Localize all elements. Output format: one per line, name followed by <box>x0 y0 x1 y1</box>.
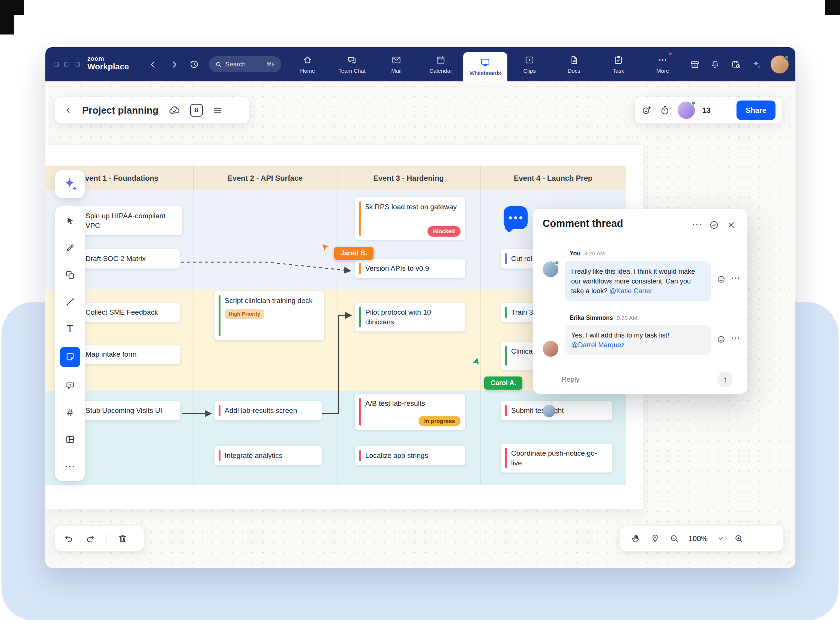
ai-assistant-button[interactable] <box>55 170 85 198</box>
frame-tool-icon[interactable]: # <box>62 404 79 421</box>
mention-link[interactable]: @Katie Carter <box>609 287 652 295</box>
history-icon[interactable] <box>189 60 199 69</box>
select-tool-icon[interactable] <box>62 212 79 229</box>
sticky-card[interactable]: Stub Upcoming Visits UI <box>75 401 180 420</box>
card-accent <box>359 307 361 327</box>
pen-tool-icon[interactable] <box>62 239 79 256</box>
zoom-level[interactable]: 100% <box>688 534 707 543</box>
search-input[interactable]: Search ⌘F <box>209 56 281 73</box>
sticky-card[interactable]: Addl lab-results screen <box>215 401 322 420</box>
reply-input[interactable]: Reply <box>561 375 580 384</box>
sticky-card[interactable]: Map intake form <box>75 345 180 364</box>
sticky-card[interactable]: Script clinician training deck High Prio… <box>215 291 324 340</box>
grid-line <box>194 166 194 485</box>
ai-companion-icon[interactable] <box>752 60 761 69</box>
tool-palette: T # ⋯ <box>55 206 85 481</box>
board-menu-icon[interactable] <box>213 105 223 115</box>
back-icon[interactable] <box>148 60 158 69</box>
tab-home[interactable]: Home <box>285 47 330 81</box>
share-button[interactable]: Share <box>736 101 775 120</box>
card-accent <box>219 450 221 461</box>
mention-link[interactable]: @Darrel Marquez <box>571 340 705 350</box>
back-to-boards-icon[interactable] <box>64 106 73 114</box>
shapes-tool-icon[interactable] <box>62 266 79 284</box>
message-more-icon[interactable]: ⋯ <box>731 273 740 283</box>
close-icon[interactable] <box>727 221 736 229</box>
zoom-menu-chevron-icon[interactable] <box>717 535 725 542</box>
forward-icon[interactable] <box>169 60 179 69</box>
undo-icon[interactable] <box>64 534 74 543</box>
sticky-card[interactable]: Collect SME Feedback <box>75 303 180 322</box>
add-reaction-icon[interactable] <box>642 105 652 115</box>
search-icon <box>215 61 222 68</box>
sticky-card[interactable]: Coordinate push-notice go-live <box>501 444 613 472</box>
tab-task[interactable]: Task <box>596 47 641 81</box>
tab-clips[interactable]: Clips <box>507 47 552 81</box>
tab-whiteboards[interactable]: Whiteboards <box>463 52 507 81</box>
workspace-icon[interactable] <box>690 60 700 69</box>
collaborator-avatar[interactable] <box>677 102 695 119</box>
line-tool-icon[interactable] <box>62 293 79 311</box>
sticky-card[interactable]: Spin up HIPAA-compliant VPC <box>75 206 182 235</box>
window-control-minimize[interactable] <box>64 62 69 67</box>
frames-button[interactable]: 8 <box>190 104 203 117</box>
corner-decoration <box>0 0 14 35</box>
sticky-note-tool-icon[interactable] <box>60 347 80 367</box>
user-avatar[interactable] <box>771 55 789 74</box>
tab-mail[interactable]: Mail <box>374 47 418 81</box>
template-tool-icon[interactable] <box>62 431 79 448</box>
resolve-icon[interactable] <box>709 220 719 230</box>
send-reply-icon[interactable]: ↑ <box>717 372 733 387</box>
card-accent <box>359 398 361 426</box>
sticky-card[interactable]: A/B test lab-results In progress <box>355 394 465 430</box>
tab-more[interactable]: More <box>641 47 685 81</box>
window-controls <box>54 62 80 67</box>
panel-more-icon[interactable]: ⋯ <box>692 219 702 229</box>
timer-icon[interactable] <box>660 105 670 115</box>
cloud-sync-icon <box>168 104 180 116</box>
sticky-card[interactable]: Version APIs to v0.9 <box>355 259 465 278</box>
tab-team-chat[interactable]: Team Chat <box>330 47 374 81</box>
board-toolbar: Project planning 8 <box>55 97 249 123</box>
add-emoji-icon[interactable] <box>717 335 726 344</box>
sticky-card[interactable]: 5k RPS load test on gateway Blocked <box>355 197 465 240</box>
notifications-bell-icon[interactable] <box>710 60 720 69</box>
mail-icon <box>392 55 401 65</box>
board-title[interactable]: Project planning <box>82 105 159 116</box>
app-window: zoom Workplace Search ⌘F Home Te <box>45 47 795 568</box>
schedule-icon[interactable] <box>731 60 741 69</box>
corner-decoration <box>14 0 24 15</box>
message-more-icon[interactable]: ⋯ <box>731 333 740 343</box>
tab-calendar[interactable]: Calendar <box>418 47 463 81</box>
window-control-zoom[interactable] <box>75 62 80 67</box>
corner-decoration <box>825 0 840 15</box>
add-emoji-icon[interactable] <box>717 275 726 284</box>
column-header-event2[interactable]: Event 2 - API Surface <box>194 166 337 190</box>
more-tools-icon[interactable]: ⋯ <box>62 458 79 475</box>
comment-tool-icon[interactable] <box>62 377 79 394</box>
sticky-card[interactable]: Submit test flight <box>501 401 613 420</box>
tab-docs[interactable]: Docs <box>552 47 596 81</box>
pan-hand-icon[interactable] <box>631 534 641 544</box>
comment-marker-icon[interactable] <box>504 206 527 229</box>
zoom-in-icon[interactable] <box>734 534 744 543</box>
zoom-out-icon[interactable] <box>669 534 679 543</box>
text-tool-icon[interactable]: T <box>62 320 79 338</box>
presence-dot <box>785 55 789 60</box>
brand-workplace: Workplace <box>87 62 129 71</box>
column-header-event3[interactable]: Event 3 - Hardening <box>337 166 480 190</box>
laser-pointer-icon[interactable] <box>650 534 660 543</box>
column-header-event4[interactable]: Event 4 - Launch Prep <box>480 166 626 190</box>
sticky-card[interactable]: Integrate analytics <box>215 446 322 465</box>
redo-icon[interactable] <box>85 534 95 543</box>
sticky-card[interactable]: Pilot protocol with 10 clinicians <box>355 303 465 332</box>
primary-tabs: Home Team Chat Mail Calendar Whiteboards… <box>285 47 685 81</box>
collaborator-count[interactable]: 13 <box>703 106 711 115</box>
delete-icon[interactable] <box>118 534 128 543</box>
brand-logo: zoom Workplace <box>87 55 129 71</box>
navbar: zoom Workplace Search ⌘F Home Te <box>45 47 795 81</box>
sticky-card[interactable]: Localize app strings <box>355 446 465 465</box>
sticky-card[interactable]: Draft SOC 2 Matrix <box>75 249 180 268</box>
card-accent <box>219 405 221 416</box>
window-control-close[interactable] <box>54 62 59 67</box>
